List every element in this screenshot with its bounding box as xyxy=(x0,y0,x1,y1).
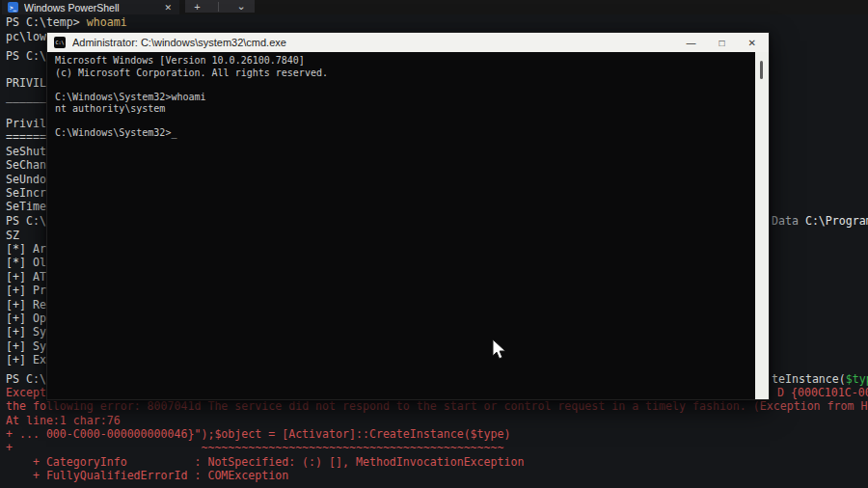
terminal-text: Except xyxy=(6,386,46,399)
terminal-text: pc\low xyxy=(6,30,46,43)
terminal-text: PRIVIL xyxy=(6,76,46,90)
terminal-text: ====== xyxy=(6,130,46,144)
terminal-text: SeTime xyxy=(6,200,46,213)
terminal-text: D {000C101C-000 xyxy=(777,386,868,399)
terminal-line: PS C:\temp> whoami xyxy=(0,15,868,30)
powershell-icon: >_ xyxy=(8,2,18,13)
terminal-line: + ~~~~~~~~~~~~~~~~~~~~~~~~~~~~~~~~~~~~~~… xyxy=(0,441,868,455)
terminal-text: [+] Op xyxy=(6,312,46,325)
terminal-text: teInstance( xyxy=(772,372,846,386)
terminal-text: SeShut xyxy=(6,145,46,158)
close-button[interactable]: ✕ xyxy=(748,38,756,48)
cmd-line xyxy=(55,116,753,128)
cmd-icon: C:\ xyxy=(54,37,66,48)
terminal-text: [+] Pr xyxy=(6,284,46,297)
terminal-text: Privil xyxy=(6,117,46,130)
terminal-text: Data xyxy=(772,214,805,228)
terminal-text: SZ xyxy=(6,229,19,242)
cmd-titlebar[interactable]: C:\ Administrator: C:\windows\system32\c… xyxy=(47,33,769,52)
terminal-line: At line:1 char:76 xyxy=(0,414,868,428)
cmd-line: C:\Windows\System32>_ xyxy=(55,127,753,140)
terminal-text: whoami xyxy=(87,15,127,29)
cmd-line xyxy=(55,79,753,92)
terminal-text: + ... 000-C000-000000000046}");$object =… xyxy=(6,427,511,441)
terminal-text: + CategoryInfo : NotSpecified: (:) [], M… xyxy=(6,455,524,469)
tab-bar: >_ Windows PowerShell ✕ + ⌄ xyxy=(0,0,868,14)
terminal-text: + FullyQualifiedErrorId : COMException xyxy=(6,469,288,482)
cmd-body: Microsoft Windows [Version 10.0.26100.78… xyxy=(47,52,769,399)
terminal-text: [+] AT xyxy=(6,270,46,284)
terminal-text: PS C:\ xyxy=(6,372,46,386)
tab-windows-powershell[interactable]: >_ Windows PowerShell ✕ xyxy=(2,0,179,14)
window-controls: — □ ✕ xyxy=(687,38,769,48)
terminal-text: [*] Ol xyxy=(6,256,46,269)
terminal-text: C:\Program xyxy=(805,214,868,228)
cmd-line: nt authority\system xyxy=(55,103,753,116)
terminal-text: + ~~~~~~~~~~~~~~~~~~~~~~~~~~~~~~~~~~~~~~… xyxy=(6,441,504,454)
terminal-text: llowing error: 8007041d The service did … xyxy=(46,399,760,413)
terminal-text: SeIncr xyxy=(6,186,46,200)
minimize-button[interactable]: — xyxy=(687,38,696,48)
terminal-text: [+] Sy xyxy=(6,325,46,339)
new-tab-button[interactable]: + xyxy=(194,1,200,13)
terminal-line: + FullyQualifiedErrorId : COMException xyxy=(0,469,868,483)
cmd-scrollbar[interactable] xyxy=(755,52,769,399)
tab-actions-divider xyxy=(218,2,219,12)
mouse-cursor xyxy=(491,339,507,362)
terminal-text: [+] Re xyxy=(6,298,46,312)
terminal-line: the following error: 8007041d The servic… xyxy=(0,399,868,414)
tab-title: Windows PowerShell xyxy=(24,2,154,14)
cmd-line: (c) Microsoft Corporation. All rights re… xyxy=(55,68,753,80)
terminal-text: PS C:\ xyxy=(6,49,46,63)
maximize-button[interactable]: □ xyxy=(719,38,725,48)
terminal-text: $typ xyxy=(846,372,868,386)
terminal-text: PS C:\ xyxy=(6,214,46,228)
terminal-line: + CategoryInfo : NotSpecified: (:) [], M… xyxy=(0,455,868,470)
screen: >_ Windows PowerShell ✕ + ⌄ PS C:\temp> … xyxy=(0,0,868,488)
terminal-text: ______ xyxy=(6,90,46,103)
tab-close-icon[interactable]: ✕ xyxy=(160,3,179,13)
terminal-text: the fo xyxy=(6,399,46,413)
cmd-window-title: Administrator: C:\windows\system32\cmd.e… xyxy=(72,37,680,48)
cmd-line: C:\Windows\System32>whoami xyxy=(55,92,753,104)
terminal-text: [*] Ar xyxy=(6,242,46,256)
terminal-text: At line:1 char:76 xyxy=(6,414,121,427)
tab-actions: + ⌄ xyxy=(185,0,255,13)
cmd-window: C:\ Administrator: C:\windows\system32\c… xyxy=(46,32,770,400)
cmd-output[interactable]: Microsoft Windows [Version 10.0.26100.78… xyxy=(55,55,753,399)
scrollbar-thumb[interactable] xyxy=(760,61,763,79)
terminal-text: PS C:\temp> xyxy=(6,15,87,29)
terminal-text: SeUndo xyxy=(6,173,46,186)
terminal-line: + ... 000-C000-000000000046}");$object =… xyxy=(0,427,868,442)
terminal-text: [+] Ex xyxy=(6,353,46,366)
tab-dropdown-button[interactable]: ⌄ xyxy=(237,0,246,13)
cmd-line: Microsoft Windows [Version 10.0.26100.78… xyxy=(55,55,753,68)
terminal-text: [+] Sy xyxy=(6,339,46,353)
terminal-text: SeChan xyxy=(6,158,46,172)
terminal-text: Exception from HR xyxy=(760,399,868,413)
